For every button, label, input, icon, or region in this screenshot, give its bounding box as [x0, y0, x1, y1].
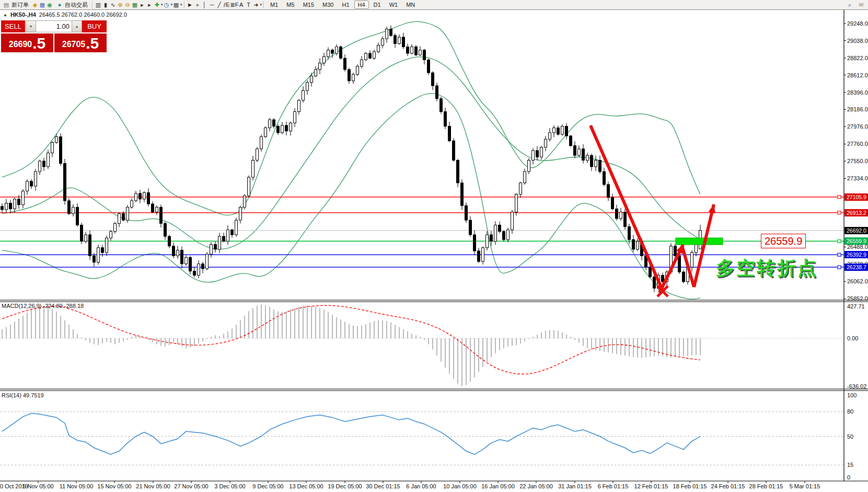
sell-price-main: 26690 [9, 38, 32, 51]
time-axis-label: 12 Feb 01:15 [634, 483, 668, 489]
price-tick-label: 27760.0 [847, 141, 868, 147]
time-axis-label: 21 Nov 05:00 [136, 483, 170, 489]
price-tag-label: 26392.9 [844, 251, 868, 258]
symbol-period: HK50-,H4 [10, 12, 36, 18]
symbol-dropdown-icon[interactable]: ▲ [3, 13, 7, 17]
buy-label: BUY [87, 22, 101, 30]
time-axis-label: 6 Jan 05:00 [406, 483, 436, 489]
time-axis-label: 15 Nov 05:00 [97, 483, 131, 489]
time-axis-label: 16 Jan 05:00 [481, 483, 515, 489]
macd-axis-label: 427.71 [847, 303, 868, 310]
price-tag-label: 27105.9 [844, 193, 868, 201]
buy-price-pips: .5 [86, 36, 99, 51]
sell-price-pips: .5 [32, 36, 45, 51]
rsi-axis-label: 0 [847, 474, 868, 481]
time-axis-label: 22 Jan 05:00 [519, 483, 553, 489]
price-tick-label: 26062.0 [847, 278, 868, 285]
price-callout-box[interactable]: 26559.9 [761, 234, 806, 248]
time-axis-label: 10 Jan 05:00 [443, 483, 477, 489]
time-axis-label: 11 Nov 05:00 [60, 483, 94, 489]
price-tag-label: 26692.0 [844, 227, 868, 234]
annotation-shapes [591, 125, 723, 296]
price-tick-label: 28186.0 [847, 106, 868, 113]
sell-button[interactable]: SELL [1, 20, 26, 32]
time-axis-label: 24 Feb 01:15 [711, 483, 745, 489]
rsi-label: RSI(14) 49.7519 [2, 392, 44, 398]
time-axis-label: 5 Mar 01:15 [790, 483, 820, 489]
price-tick-label: 27334.0 [847, 175, 868, 182]
price-tick-label: 29038.0 [847, 38, 868, 44]
macd-label: MACD(12,26,9) -224.89 -288.18 [2, 303, 84, 309]
buy-price-button[interactable]: 26705 .5 [54, 33, 107, 52]
time-axis-label: 30 Dec 01:15 [366, 483, 400, 489]
rsi-pane [0, 411, 844, 465]
volume-down-button[interactable]: ▼ [26, 20, 36, 32]
candles-layer [1, 26, 702, 292]
time-axis-label: 3 Dec 05:00 [214, 483, 245, 489]
sell-price-button[interactable]: 26690 .5 [1, 33, 53, 52]
price-tick-label: 27550.0 [847, 158, 868, 165]
volume-up-button[interactable]: ▲ [72, 20, 82, 32]
price-tick-label: 29248.0 [847, 20, 868, 27]
ohlc-quote: 26465.5 26762.0 26460.0 26692.0 [39, 12, 127, 18]
price-tag-label: 26238.7 [844, 264, 868, 271]
time-axis-label: 27 Nov 05:00 [174, 483, 208, 489]
support-zone-rect [676, 238, 723, 245]
buy-price-main: 26705 [62, 38, 86, 51]
time-axis-label: 6 Feb 01:15 [598, 483, 629, 489]
rsi-axis-label: 15 [847, 462, 868, 468]
buy-button[interactable]: BUY [82, 20, 107, 32]
rsi-axis-label: 50 [847, 433, 868, 440]
trend-arrow-line [591, 125, 663, 291]
turning-point-note[interactable]: 多空转折点 [716, 256, 818, 281]
macd-pane [0, 304, 844, 386]
price-tag-label: 26559.9 [844, 237, 868, 245]
price-tick-label: 26488.0 [847, 244, 868, 250]
macd-axis-label: -636.02 [847, 383, 868, 390]
time-axis-label: 31 Jan 01:15 [558, 483, 592, 489]
volume-input[interactable]: 1.00 [36, 20, 72, 32]
time-axis-label: 18 Feb 01:15 [673, 483, 707, 489]
volume-value: 1.00 [56, 22, 70, 30]
chart-title: ▲ HK50-,H4 26465.5 26762.0 26460.0 26692… [3, 12, 127, 18]
price-tick-label: 27976.0 [847, 123, 868, 130]
price-tick-label: 28612.0 [847, 72, 868, 79]
time-axis-label: 13 Dec 05:00 [289, 483, 323, 489]
rsi-axis-label: 80 [847, 408, 868, 415]
time-axis-label: 9 Dec 05:00 [252, 483, 283, 489]
price-tick-label: 28822.0 [847, 55, 868, 62]
sell-label: SELL [5, 22, 21, 30]
chart-canvas[interactable] [0, 0, 868, 492]
macd-axis-label: 0.00 [847, 335, 868, 342]
time-axis-label: 19 Dec 05:00 [328, 483, 362, 489]
rsi-axis-label: 100 [847, 392, 868, 399]
price-tick-label: 28396.0 [847, 89, 868, 96]
price-tag-label: 26913.2 [844, 209, 868, 216]
time-axis-label: 28 Feb 01:15 [749, 483, 783, 489]
price-tick-label: 25852.0 [847, 295, 868, 302]
time-axis-label: 5 Nov 05:00 [22, 483, 53, 489]
one-click-trading-panel: SELL ▼ 1.00 ▲ BUY 26690 .5 26705 .5 [1, 20, 107, 52]
mt4-chart-window: ▤ 新订单 ◆▦◉ ● 自动交易 ▥▮∿⊕⊖▦▸▸✚▾◷▾▩▾ ►＋│─╱⫽E≣… [0, 0, 868, 492]
